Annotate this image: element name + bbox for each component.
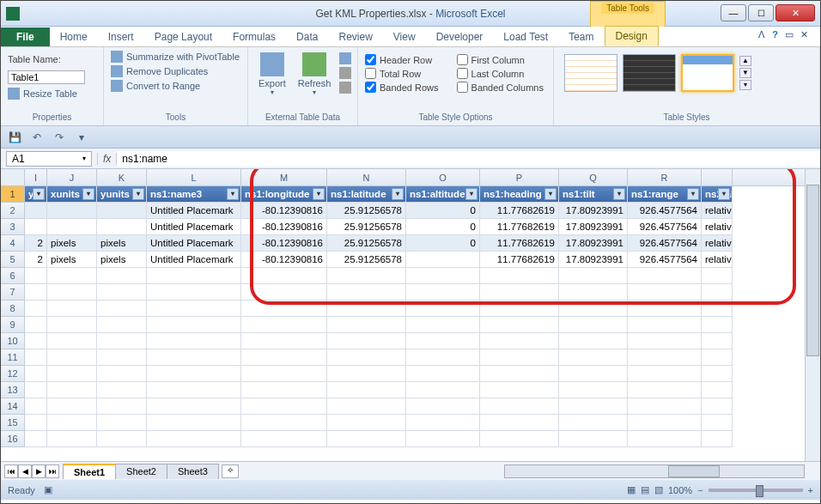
cell[interactable] [25,268,47,284]
cell[interactable] [25,203,47,219]
ribbon-tab-view[interactable]: View [383,27,426,46]
cell[interactable] [480,301,559,317]
table-header-cell[interactable]: ns1:name3▾ [147,186,241,203]
filter-dropdown-icon[interactable]: ▾ [544,188,556,200]
cell[interactable] [480,398,559,415]
cell[interactable] [702,317,733,333]
table-header-cell[interactable]: ns1:heading▾ [480,186,559,203]
table-name-input[interactable] [8,70,85,84]
cell[interactable] [147,268,241,284]
table-header-cell[interactable]: ns2:alt▾ [702,186,733,203]
cell[interactable] [559,333,628,349]
export-button[interactable]: Export▾ [255,51,289,98]
table-header-cell[interactable]: y▾ [25,186,47,203]
cell[interactable]: Untitled Placemark [147,252,241,268]
cell[interactable]: -80.12390816 [241,219,327,235]
cell[interactable] [480,284,559,301]
cell[interactable] [628,431,702,447]
row-header-7[interactable]: 7 [1,284,25,301]
minimize-ribbon-icon[interactable]: ᐱ [758,29,765,40]
cell[interactable] [47,366,97,382]
cell[interactable] [628,349,702,366]
zoom-value[interactable]: 100% [668,485,692,495]
style-thumb[interactable] [623,54,676,92]
cell[interactable] [147,349,241,366]
gallery-up-icon[interactable]: ▲ [739,56,751,66]
cell[interactable] [559,366,628,382]
cell[interactable] [97,203,147,219]
new-sheet-icon[interactable]: ✧ [222,465,239,478]
gallery-down-icon[interactable]: ▼ [739,68,751,78]
zoom-slider[interactable] [708,489,803,492]
cell[interactable] [406,301,480,317]
cell[interactable]: 926.4577564 [628,235,702,252]
cell[interactable] [628,333,702,349]
macro-record-icon[interactable]: ▣ [44,484,52,495]
row-header-3[interactable]: 3 [1,219,25,235]
row-header-6[interactable]: 6 [1,268,25,284]
cell[interactable] [327,431,406,447]
col-header-R[interactable]: R [628,169,702,185]
filter-dropdown-icon[interactable]: ▾ [613,188,625,200]
table-header-cell[interactable]: xunits▾ [47,186,97,203]
cell[interactable] [97,301,147,317]
col-header-Q[interactable]: Q [559,169,628,185]
cell[interactable] [480,333,559,349]
cell[interactable]: 25.91256578 [327,235,406,252]
cell[interactable] [147,366,241,382]
cell[interactable] [406,366,480,382]
cell[interactable]: 17.80923991 [559,235,628,252]
cell[interactable] [559,382,628,398]
cell[interactable]: -80.12390816 [241,235,327,252]
cell[interactable] [241,268,327,284]
cell[interactable] [702,398,733,415]
table-header-cell[interactable]: ns1:altitude▾ [406,186,480,203]
cell[interactable] [702,366,733,382]
tools-convert-to-range[interactable]: Convert to Range [111,80,240,92]
tools-remove-duplicates[interactable]: Remove Duplicates [111,65,240,77]
help-icon[interactable]: ? [772,29,778,40]
cell[interactable]: 926.4577564 [628,203,702,219]
cell[interactable]: relativ [702,219,733,235]
filter-dropdown-icon[interactable]: ▾ [465,188,477,200]
ribbon-tab-insert[interactable]: Insert [98,27,144,46]
sheet-tab-sheet3[interactable]: Sheet3 [167,464,219,479]
row-header-12[interactable]: 12 [1,366,25,382]
cell[interactable]: relativ [702,235,733,252]
row-header-5[interactable]: 5 [1,252,25,268]
vertical-scrollbar[interactable] [805,169,820,465]
filter-dropdown-icon[interactable]: ▾ [687,188,699,200]
cell[interactable]: relativ [702,203,733,219]
cell[interactable] [97,382,147,398]
cell[interactable] [147,284,241,301]
cell[interactable]: 11.77682619 [480,235,559,252]
cell[interactable]: 17.80923991 [559,252,628,268]
cell[interactable] [628,366,702,382]
cell[interactable] [25,301,47,317]
cell[interactable]: 25.91256578 [327,203,406,219]
row-header-13[interactable]: 13 [1,382,25,398]
redo-icon[interactable]: ↷ [51,129,68,146]
sheet-nav-last-icon[interactable]: ⏭ [46,465,59,478]
row-header-1[interactable]: 1 [1,186,25,203]
name-box[interactable]: A1▾ [6,151,92,167]
filter-dropdown-icon[interactable]: ▾ [82,188,94,200]
cell[interactable] [47,203,97,219]
cell[interactable]: Untitled Placemark [147,219,241,235]
ribbon-tab-data[interactable]: Data [286,27,328,46]
table-header-cell[interactable]: ns1:range▾ [628,186,702,203]
cell[interactable] [97,268,147,284]
row-header-9[interactable]: 9 [1,317,25,333]
filter-dropdown-icon[interactable]: ▾ [313,188,325,200]
cell[interactable] [241,333,327,349]
cell[interactable]: pixels [97,252,147,268]
filter-dropdown-icon[interactable]: ▾ [132,188,144,200]
cell[interactable] [327,398,406,415]
cell[interactable] [25,366,47,382]
cell[interactable] [25,382,47,398]
view-normal-icon[interactable]: ▦ [627,484,636,495]
cell[interactable] [97,366,147,382]
filter-dropdown-icon[interactable]: ▾ [33,188,45,200]
cell[interactable] [628,317,702,333]
zoom-in-icon[interactable]: + [808,485,813,495]
